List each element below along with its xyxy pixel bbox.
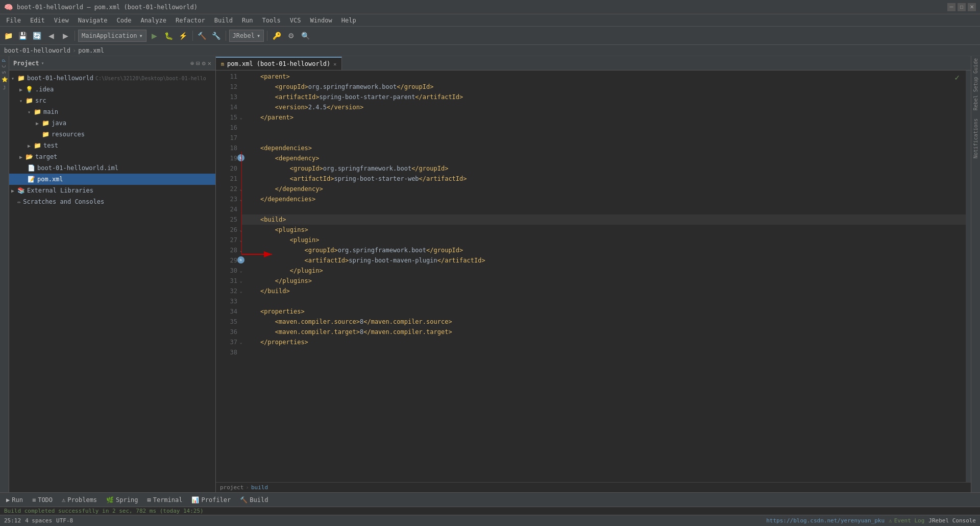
favorites-tool-btn[interactable]: ⭐ bbox=[1, 76, 9, 83]
bottom-tab-problems[interactable]: ⚠ Problems bbox=[58, 494, 101, 506]
run-button[interactable]: ▶ bbox=[149, 30, 161, 42]
status-url[interactable]: https://blog.csdn.net/yerenyuan_pku bbox=[766, 517, 885, 524]
menu-refactor[interactable]: Refactor bbox=[172, 16, 209, 25]
toolbar-rebuild-btn[interactable]: 🔧 bbox=[210, 30, 223, 42]
toolbar-sep-2 bbox=[192, 31, 193, 41]
menu-edit[interactable]: Edit bbox=[26, 16, 49, 25]
structure-tool-btn[interactable]: S bbox=[1, 70, 9, 75]
project-panel-header: Project ▾ ⊕ ⊟ ⚙ ✕ bbox=[9, 56, 215, 70]
bottom-tab-terminal[interactable]: ⊞ Terminal bbox=[143, 494, 186, 506]
menu-analyze[interactable]: Analyze bbox=[136, 16, 170, 25]
code-line-34: <properties> bbox=[241, 306, 966, 317]
main-application-dropdown[interactable]: MainApplication ▾ bbox=[78, 30, 146, 42]
toolbar-search-btn[interactable]: 🔍 bbox=[299, 30, 311, 42]
tree-root-path: C:\Users\32120\Desktop\boot-01-hello bbox=[95, 76, 206, 81]
toolbar-sync-btn[interactable]: 🔄 bbox=[31, 30, 43, 42]
breadcrumb-file[interactable]: pom.xml bbox=[78, 47, 104, 54]
menu-window[interactable]: Window bbox=[306, 16, 336, 25]
tree-resources[interactable]: 📁 resources bbox=[9, 129, 215, 140]
bottom-tab-run[interactable]: ▶ Run bbox=[2, 494, 27, 506]
status-left: 25:12 4 spaces UTF-8 bbox=[4, 517, 73, 524]
commit-tool-btn[interactable]: C bbox=[1, 64, 9, 68]
status-event-log[interactable]: ⚠ Event Log bbox=[889, 517, 924, 524]
bottom-status: Build completed successfully in 2 sec, 7… bbox=[0, 507, 980, 515]
settings-icon[interactable]: ⚙ bbox=[202, 60, 206, 67]
collapse-all-icon[interactable]: ⊟ bbox=[196, 60, 200, 67]
cursor-position: 25:12 bbox=[4, 517, 21, 524]
tree-root-icon: 📁 bbox=[17, 75, 25, 82]
tree-pom[interactable]: 📝 pom.xml bbox=[9, 174, 215, 185]
debug-button[interactable]: 🐛 bbox=[163, 30, 175, 42]
editor-breadcrumb: project › build bbox=[216, 482, 971, 492]
tree-pom-label: pom.xml bbox=[37, 176, 63, 183]
tree-target-label: target bbox=[35, 153, 57, 160]
toolbar-open-btn[interactable]: 📁 bbox=[2, 30, 14, 42]
tree-idea[interactable]: ▶ 💡 .idea bbox=[9, 84, 215, 95]
breadcrumb-project[interactable]: boot-01-helloworld bbox=[4, 47, 70, 54]
status-spaces[interactable]: 4 spaces bbox=[25, 517, 52, 524]
project-tool-btn[interactable]: P bbox=[1, 58, 9, 63]
breadcrumb-build-part[interactable]: build bbox=[251, 484, 268, 491]
line-numbers: 11 12 13 14 15⌄ 16 17 18 19↻ 20 21 22⌄ 2… bbox=[216, 70, 241, 482]
tree-java[interactable]: ▶ 📁 java bbox=[9, 117, 215, 129]
toolbar-key-btn[interactable]: 🔑 bbox=[271, 30, 283, 42]
line-num-31: 31⌄ bbox=[216, 276, 237, 286]
menu-vcs[interactable]: VCS bbox=[286, 16, 305, 25]
menu-navigate[interactable]: Navigate bbox=[74, 16, 112, 25]
status-cursor[interactable]: 25:12 bbox=[4, 517, 21, 524]
tree-scratches[interactable]: ✏️ Scratches and Consoles bbox=[9, 196, 215, 207]
toolbar-save-btn[interactable]: 💾 bbox=[16, 30, 29, 42]
scrollbar-gutter[interactable] bbox=[966, 70, 971, 482]
tree-ext-libs[interactable]: ▶ 📚 External Libraries bbox=[9, 185, 215, 196]
toolbar-forward-btn[interactable]: ▶ bbox=[59, 30, 71, 42]
tab-close-btn[interactable]: ✕ bbox=[333, 61, 336, 67]
maximize-button[interactable]: □ bbox=[958, 3, 966, 11]
project-dropdown-icon[interactable]: ▾ bbox=[41, 60, 44, 66]
line-num-32: 32⌄ bbox=[216, 286, 237, 296]
tree-root-label: boot-01-helloworld bbox=[27, 75, 93, 82]
tree-iml[interactable]: 📄 boot-01-helloworld.iml bbox=[9, 162, 215, 174]
status-jrebel-console[interactable]: JRebel Console bbox=[928, 517, 976, 524]
locate-icon[interactable]: ⊕ bbox=[190, 60, 194, 67]
status-encoding[interactable]: UTF-8 bbox=[56, 517, 73, 524]
menu-run[interactable]: Run bbox=[238, 16, 257, 25]
menu-tools[interactable]: Tools bbox=[258, 16, 285, 25]
jrebel-dropdown[interactable]: JRebel ▾ bbox=[229, 30, 264, 42]
tree-root[interactable]: ▾ 📁 boot-01-helloworld C:\Users\32120\De… bbox=[9, 73, 215, 84]
menu-build[interactable]: Build bbox=[210, 16, 237, 25]
toolbar-sep-4 bbox=[267, 31, 267, 41]
code-line-28: <groupId>org.springframework.boot</group… bbox=[241, 245, 966, 255]
tree-src[interactable]: ▾ 📁 src bbox=[9, 95, 215, 106]
tree-target-arrow: ▶ bbox=[19, 154, 26, 160]
menu-file[interactable]: File bbox=[2, 16, 25, 25]
editor-tab-pom[interactable]: m pom.xml (boot-01-helloworld) ✕ bbox=[216, 57, 342, 70]
bottom-tab-todo[interactable]: ≡ TODO bbox=[28, 494, 57, 506]
tree-target[interactable]: ▶ 📂 target bbox=[9, 151, 215, 162]
bottom-tab-profiler[interactable]: 📊 Profiler bbox=[187, 494, 235, 506]
close-panel-icon[interactable]: ✕ bbox=[208, 60, 211, 67]
menu-code[interactable]: Code bbox=[113, 16, 136, 25]
project-panel: Project ▾ ⊕ ⊟ ⚙ ✕ ▾ 📁 boot-01-helloworld… bbox=[9, 56, 216, 492]
code-line-32: </build> bbox=[241, 286, 966, 296]
jrebel-tool-btn[interactable]: J bbox=[1, 84, 9, 91]
toolbar-build-btn[interactable]: 🔨 bbox=[196, 30, 208, 42]
toolbar-settings-btn[interactable]: ⚙ bbox=[285, 30, 297, 42]
menu-view[interactable]: View bbox=[50, 16, 73, 25]
menu-help[interactable]: Help bbox=[337, 16, 360, 25]
tree-main[interactable]: ▾ 📁 main bbox=[9, 106, 215, 117]
notifications-label[interactable]: Notifications bbox=[973, 116, 978, 160]
bottom-tab-build[interactable]: 🔨 Build bbox=[236, 494, 272, 506]
run-with-coverage-btn[interactable]: ⚡ bbox=[177, 30, 189, 42]
minimize-button[interactable]: ─ bbox=[947, 3, 955, 11]
editor-content: 11 12 13 14 15⌄ 16 17 18 19↻ 20 21 22⌄ 2… bbox=[216, 70, 971, 482]
line-num-28: 28⌄ bbox=[216, 245, 237, 255]
rebel-setup-label[interactable]: Rebel Setup Guide bbox=[973, 56, 978, 112]
bottom-tab-spring[interactable]: 🌿 Spring bbox=[102, 494, 142, 506]
title-bar-controls[interactable]: ─ □ ✕ bbox=[947, 3, 976, 11]
close-button[interactable]: ✕ bbox=[968, 3, 976, 11]
tree-test[interactable]: ▶ 📁 test bbox=[9, 140, 215, 151]
toolbar-back-btn[interactable]: ◀ bbox=[45, 30, 57, 42]
breadcrumb-project-part[interactable]: project bbox=[220, 484, 243, 491]
tree-test-arrow: ▶ bbox=[28, 143, 34, 149]
code-area[interactable]: <parent> <groupId>org.springframework.bo… bbox=[241, 70, 966, 482]
